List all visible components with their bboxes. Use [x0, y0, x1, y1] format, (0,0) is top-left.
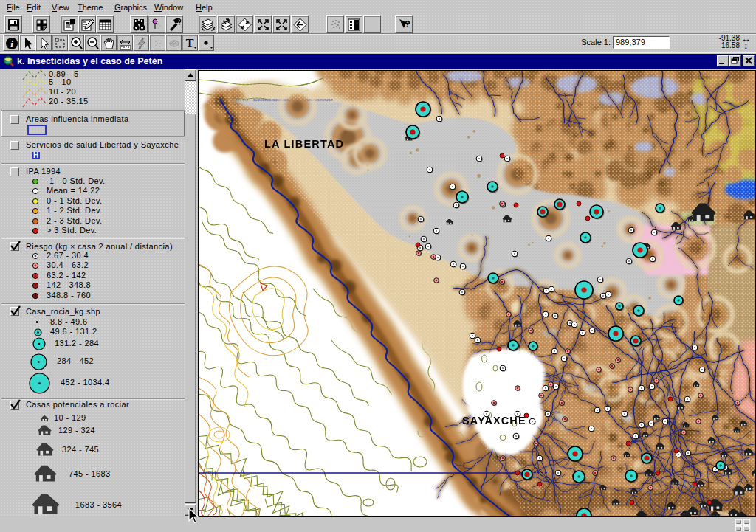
svg-text:T: T — [186, 37, 194, 49]
svg-text:i: i — [10, 38, 13, 49]
svg-text:?: ? — [405, 18, 410, 30]
svg-text:LA LIBERTAD: LA LIBERTAD — [264, 138, 344, 150]
